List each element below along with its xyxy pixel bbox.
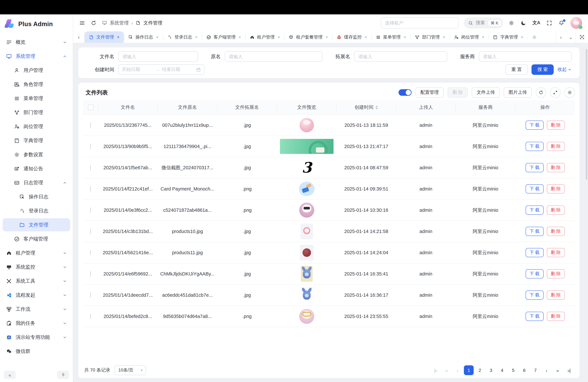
sidebar-item-notice[interactable]: 通知公告 [3, 162, 70, 175]
file-preview-thumbnail[interactable] [299, 182, 315, 196]
search-button[interactable]: 搜 索 [531, 64, 554, 75]
tab-cache-monitor[interactable]: 缓存监控× [332, 31, 371, 43]
row-checkbox[interactable] [90, 293, 91, 298]
page-button-5[interactable]: 5 [508, 365, 518, 375]
sidebar-item-system-tools[interactable]: 系统工具 [3, 275, 70, 288]
file-preview-thumbnail[interactable] [300, 245, 314, 260]
download-button[interactable]: 下 载 [525, 206, 544, 215]
file-preview-thumbnail[interactable] [300, 287, 314, 303]
notification-bell-icon[interactable] [558, 20, 565, 26]
sidebar-item-operation-log[interactable]: 操作日志 [3, 190, 70, 203]
first-page-button[interactable]: |« [431, 365, 440, 375]
provider-input[interactable] [479, 51, 572, 62]
tabs-scroll-left-button[interactable]: ‹ [73, 31, 84, 43]
forward-ten-pages-button[interactable]: » [553, 365, 563, 375]
delete-button[interactable]: 删 除 [547, 163, 565, 172]
close-icon[interactable]: × [443, 35, 445, 40]
batch-delete-button[interactable]: 删 除 [447, 87, 468, 98]
sidebar-item-menu-management[interactable]: 菜单管理 [3, 92, 70, 105]
extension-input[interactable] [354, 51, 447, 62]
close-icon[interactable]: × [482, 35, 484, 40]
sort-icon[interactable] [376, 106, 378, 109]
sidebar-item-wechat-group[interactable]: 微信群 [3, 345, 70, 358]
row-checkbox[interactable] [90, 314, 91, 319]
row-checkbox[interactable] [90, 229, 91, 234]
sidebar-pin-button[interactable] [57, 371, 69, 379]
sidebar-item-system-management[interactable]: 系统管理 [3, 50, 70, 63]
sidebar-item-system-monitor[interactable]: 系统监控 [3, 260, 70, 274]
row-checkbox[interactable] [90, 123, 91, 128]
close-icon[interactable]: × [404, 35, 406, 40]
file-preview-thumbnail[interactable] [299, 118, 314, 132]
avatar[interactable] [570, 17, 582, 29]
sidebar-item-dict-management[interactable]: 字典管理 [3, 134, 70, 147]
delete-button[interactable]: 删 除 [547, 206, 565, 215]
close-icon[interactable]: × [326, 35, 328, 40]
page-button-7[interactable]: 7 [530, 365, 540, 375]
delete-button[interactable]: 删 除 [547, 121, 565, 130]
settings-gear-icon[interactable] [508, 20, 514, 26]
sidebar-item-file-management[interactable]: 文件管理 [3, 218, 70, 231]
download-button[interactable]: 下 载 [525, 269, 544, 278]
previous-page-button[interactable]: ‹ [453, 365, 462, 375]
download-button[interactable]: 下 载 [525, 184, 544, 193]
file-preview-thumbnail[interactable]: 3 [302, 160, 312, 175]
tab-menu-management[interactable]: 菜单管理× [371, 31, 410, 43]
original-name-input[interactable] [225, 51, 322, 62]
file-preview-thumbnail[interactable] [301, 266, 313, 282]
refresh-icon[interactable] [90, 20, 97, 26]
tab-dict-management[interactable]: 字典管理× [488, 31, 527, 43]
back-ten-pages-button[interactable]: « [442, 365, 451, 375]
scrollbar-thumb[interactable] [586, 49, 587, 180]
global-search-button[interactable]: 搜索 ⌘ K [464, 17, 503, 28]
page-button-4[interactable]: 4 [497, 365, 507, 375]
date-range-picker[interactable]: 开始日期 → 结束日期 [118, 64, 204, 75]
delete-button[interactable]: 删 除 [547, 291, 565, 300]
reset-button[interactable]: 重 置 [505, 64, 527, 75]
row-checkbox[interactable] [90, 165, 91, 170]
row-checkbox[interactable] [90, 186, 91, 191]
sidebar-toggle-button[interactable] [79, 20, 85, 26]
download-button[interactable]: 下 载 [525, 142, 544, 151]
close-icon[interactable]: × [521, 35, 523, 40]
tab-client-management[interactable]: 客户端管理× [202, 31, 245, 43]
delete-button[interactable]: 删 除 [547, 248, 565, 257]
next-page-button[interactable]: › [542, 365, 551, 375]
tab-file-management[interactable]: 文件管理× [84, 31, 124, 43]
sidebar-item-role-management[interactable]: 角色管理 [3, 78, 70, 91]
download-button[interactable]: 下 载 [525, 163, 544, 172]
delete-button[interactable]: 删 除 [547, 269, 565, 278]
config-management-button[interactable]: 配置管理 [416, 87, 444, 98]
sidebar-item-department-management[interactable]: 部门管理 [3, 106, 70, 119]
close-icon[interactable]: × [117, 35, 119, 40]
translate-icon[interactable]: 文A [532, 20, 540, 26]
tab-post-management[interactable]: 岗位管理× [449, 31, 488, 43]
tab-login-log[interactable]: 登录日志× [163, 31, 202, 43]
download-button[interactable]: 下 载 [525, 291, 544, 300]
file-preview-thumbnail[interactable] [280, 139, 334, 154]
dark-mode-moon-icon[interactable] [520, 20, 526, 26]
sidebar-item-process-initiation[interactable]: 流程发起 [3, 289, 70, 302]
column-header-created-time[interactable]: 创建时间 [336, 100, 396, 114]
column-header-uploader[interactable]: 上传人 [396, 100, 456, 114]
fullscreen-icon[interactable] [546, 20, 552, 26]
close-icon[interactable]: × [278, 35, 280, 40]
tabs-scroll-right-button[interactable]: › [556, 31, 566, 43]
page-button-1[interactable]: 1 [464, 365, 474, 375]
tab-tenant-package-management[interactable]: 租户套餐管理× [284, 31, 332, 43]
image-upload-button[interactable]: 图片上传 [504, 87, 532, 98]
delete-button[interactable]: 删 除 [547, 227, 565, 236]
column-header-provider[interactable]: 服务商 [456, 100, 515, 114]
download-button[interactable]: 下 载 [525, 248, 544, 257]
download-button[interactable]: 下 载 [525, 227, 544, 236]
page-button-6[interactable]: 6 [519, 365, 529, 375]
close-icon[interactable]: × [365, 35, 367, 40]
sidebar-item-demo-features[interactable]: 演示站专用功能 [3, 331, 70, 344]
column-header-extension[interactable]: 文件拓展名 [217, 100, 277, 114]
stripe-toggle[interactable] [399, 89, 412, 96]
sidebar-item-overview[interactable]: 概览 [3, 36, 70, 49]
close-icon[interactable]: × [156, 35, 158, 40]
sidebar-item-log-management[interactable]: 日志管理 [3, 176, 70, 189]
file-preview-thumbnail[interactable] [300, 224, 313, 239]
page-size-select[interactable]: 10条/页 ▾ [115, 365, 146, 375]
